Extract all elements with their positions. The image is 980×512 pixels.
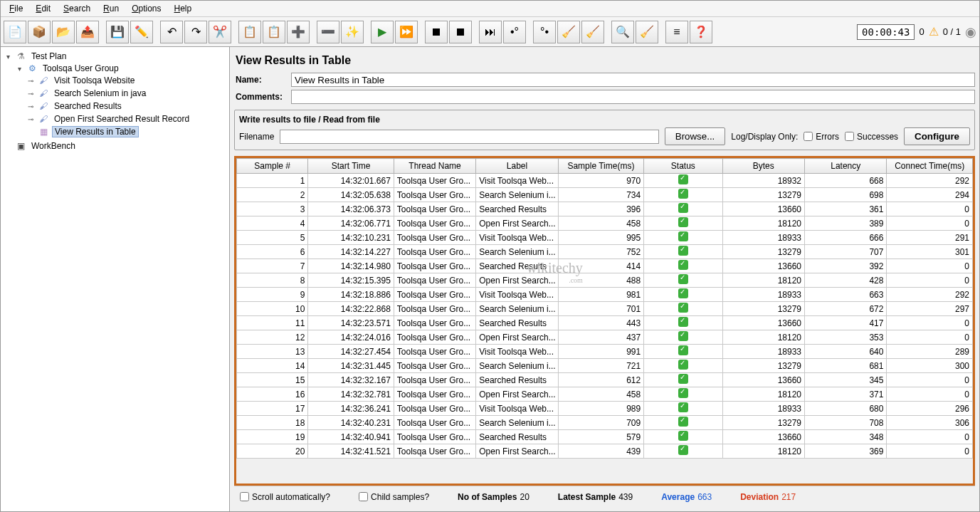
menu-edit[interactable]: Edit: [30, 2, 56, 15]
tree-node-workbench[interactable]: WorkBench: [29, 141, 78, 151]
toolbar-button-13[interactable]: ✨: [341, 21, 364, 43]
toolbar-button-21[interactable]: 🧹: [557, 21, 580, 43]
tree-node-item[interactable]: View Results in Table: [52, 126, 139, 137]
browse-button[interactable]: Browse...: [665, 127, 726, 145]
toolbar-button-11[interactable]: ➕: [287, 21, 310, 43]
toolbar-button-17[interactable]: ⏹: [449, 21, 472, 43]
toolbar-button-3[interactable]: 📤: [76, 21, 99, 43]
table-row[interactable]: 1814:32:40.231Toolsqa User Gro...Search …: [237, 416, 973, 430]
successes-checkbox[interactable]: Successes: [845, 132, 898, 142]
table-icon: ▦: [38, 126, 49, 137]
table-row[interactable]: 814:32:15.395Toolsqa User Gro...Open Fir…: [237, 273, 973, 288]
comments-input[interactable]: [291, 90, 975, 104]
toolbar-button-8[interactable]: ✂️: [209, 21, 231, 43]
toolbar-button-26[interactable]: ❓: [690, 21, 712, 43]
toolbar-button-9[interactable]: 📋: [238, 21, 261, 43]
toolbar-button-2[interactable]: 📂: [52, 21, 75, 43]
status-success-icon: [678, 246, 688, 256]
table-row[interactable]: 2014:32:41.521Toolsqa User Gro...Open Fi…: [237, 444, 973, 459]
child-samples-checkbox[interactable]: Child samples?: [359, 492, 429, 502]
errors-checkbox[interactable]: Errors: [804, 132, 839, 142]
tree-node-item[interactable]: Open First Searched Result Record: [52, 114, 191, 124]
column-header[interactable]: Thread Name: [394, 159, 475, 174]
table-row[interactable]: 1714:32:36.241Toolsqa User Gro...Visit T…: [237, 402, 973, 416]
test-plan-tree[interactable]: ▾⚗Test Plan ▾⚙Toolsqa User Group ⊸🖌Visit…: [1, 47, 230, 511]
menu-search[interactable]: Search: [58, 2, 96, 15]
toolbar-button-6[interactable]: ↶: [160, 21, 183, 43]
table-row[interactable]: 114:32:01.667Toolsqa User Gro...Visit To…: [237, 174, 973, 188]
table-row[interactable]: 1314:32:27.454Toolsqa User Gro...Visit T…: [237, 345, 973, 359]
toolbar-button-1[interactable]: 📦: [28, 21, 51, 43]
status-success-icon: [678, 402, 688, 412]
toolbar-button-23[interactable]: 🔍: [611, 21, 634, 43]
table-row[interactable]: 614:32:14.227Toolsqa User Gro...Search S…: [237, 245, 973, 259]
table-row[interactable]: 1614:32:32.781Toolsqa User Gro...Open Fi…: [237, 387, 973, 402]
column-header[interactable]: Status: [644, 159, 722, 174]
tree-toggle-icon[interactable]: ▾: [15, 65, 23, 73]
toolbar-button-20[interactable]: °•: [533, 21, 556, 43]
toolbar-button-12[interactable]: ➖: [317, 21, 339, 43]
status-success-icon: [678, 303, 688, 313]
toolbar-button-24[interactable]: 🧹: [636, 21, 658, 43]
toolbar-button-10[interactable]: 📋: [263, 21, 285, 43]
tree-node-item[interactable]: Searched Results: [52, 101, 124, 111]
tree-node-thread-group[interactable]: Toolsqa User Group: [41, 63, 121, 73]
tree-node-item[interactable]: Search Selenium in java: [52, 88, 148, 98]
toolbar-button-15[interactable]: ⏩: [395, 21, 418, 43]
status-success-icon: [678, 174, 688, 184]
status-success-icon: [678, 217, 688, 227]
toolbar-button-19[interactable]: •°: [503, 21, 526, 43]
logdisplay-label: Log/Display Only:: [731, 132, 798, 142]
toolbar-button-0[interactable]: 📄: [4, 21, 26, 43]
tree-toggle-icon[interactable]: ⊸: [26, 90, 35, 98]
menu-file[interactable]: File: [4, 2, 28, 15]
tree-toggle-icon[interactable]: ⊸: [26, 115, 35, 123]
scroll-auto-checkbox[interactable]: Scroll automatically?: [240, 492, 330, 502]
toolbar-button-16[interactable]: ⏹: [425, 21, 448, 43]
column-header[interactable]: Sample Time(ms): [558, 159, 643, 174]
toolbar-button-22[interactable]: 🧹: [581, 21, 604, 43]
table-row[interactable]: 1414:32:31.445Toolsqa User Gro...Search …: [237, 359, 973, 373]
column-header[interactable]: Label: [476, 159, 558, 174]
table-row[interactable]: 1114:32:23.571Toolsqa User Gro...Searche…: [237, 316, 973, 330]
workbench-icon: ▣: [15, 140, 26, 152]
toolbar-button-5[interactable]: ✏️: [130, 21, 153, 43]
average-value: 663: [697, 492, 712, 502]
table-row[interactable]: 1014:32:22.868Toolsqa User Gro...Search …: [237, 302, 973, 316]
table-row[interactable]: 1214:32:24.016Toolsqa User Gro...Open Fi…: [237, 330, 973, 345]
menu-run[interactable]: Run: [98, 2, 125, 15]
toolbar-button-25[interactable]: ≡: [665, 21, 688, 43]
column-header[interactable]: Start Time: [308, 159, 394, 174]
toolbar-button-4[interactable]: 💾: [106, 21, 129, 43]
name-input[interactable]: [291, 73, 975, 87]
menu-help[interactable]: Help: [169, 2, 198, 15]
table-row[interactable]: 514:32:10.231Toolsqa User Gro...Visit To…: [237, 231, 973, 245]
toolbar-button-7[interactable]: ↷: [184, 21, 207, 43]
status-success-icon: [678, 288, 688, 298]
table-row[interactable]: 314:32:06.373Toolsqa User Gro...Searched…: [237, 202, 973, 216]
tree-node-item[interactable]: Visit Toolsqa Website: [52, 75, 137, 85]
tree-node-test-plan[interactable]: Test Plan: [29, 51, 68, 61]
column-header[interactable]: Bytes: [722, 159, 804, 174]
column-header[interactable]: Latency: [805, 159, 887, 174]
table-row[interactable]: 1514:32:32.167Toolsqa User Gro...Searche…: [237, 373, 973, 387]
configure-button[interactable]: Configure: [904, 127, 970, 145]
results-table-container[interactable]: Sample #Start TimeThread NameLabelSample…: [234, 156, 975, 486]
tree-toggle-icon[interactable]: ⊸: [26, 103, 35, 110]
column-header[interactable]: Connect Time(ms): [887, 159, 973, 174]
filename-input[interactable]: [280, 130, 658, 144]
file-fieldset: Write results to file / Read from file F…: [234, 110, 975, 150]
table-row[interactable]: 1914:32:40.941Toolsqa User Gro...Searche…: [237, 430, 973, 444]
column-header[interactable]: Sample #: [237, 159, 308, 174]
table-row[interactable]: 914:32:18.886Toolsqa User Gro...Visit To…: [237, 288, 973, 302]
table-row[interactable]: 414:32:06.771Toolsqa User Gro...Open Fir…: [237, 216, 973, 231]
table-row[interactable]: 714:32:14.980Toolsqa User Gro...Searched…: [237, 259, 973, 273]
deviation-label: Deviation: [740, 492, 779, 502]
menu-options[interactable]: Options: [126, 2, 167, 15]
run-count: 0 / 1: [943, 26, 961, 37]
table-row[interactable]: 214:32:05.638Toolsqa User Gro...Search S…: [237, 188, 973, 202]
toolbar-button-18[interactable]: ⏭: [479, 21, 502, 43]
toolbar-button-14[interactable]: ▶: [371, 21, 394, 43]
tree-toggle-icon[interactable]: ▾: [4, 53, 12, 61]
tree-toggle-icon[interactable]: ⊸: [26, 77, 35, 85]
